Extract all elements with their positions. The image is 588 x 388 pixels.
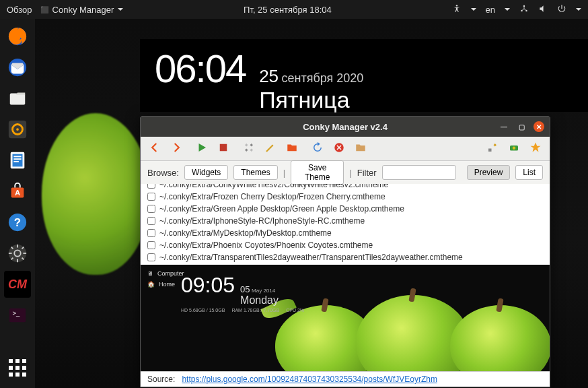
list-checkbox[interactable] [147,217,155,225]
dock-settings[interactable] [4,240,31,267]
filter-input[interactable] [382,165,456,180]
titlebar[interactable]: Conky Manager v2.4 ― ▢ ✕ [141,117,550,137]
stop-icon[interactable] [217,141,229,156]
list-checkbox[interactable] [147,253,155,261]
donate-icon[interactable] [508,141,520,156]
star-icon[interactable] [529,141,542,156]
svg-rect-13 [13,158,21,160]
save-theme-button[interactable]: Save Theme [291,160,344,185]
svg-rect-14 [13,161,19,162]
folder-icon[interactable] [286,141,298,156]
svg-rect-33 [488,148,492,152]
minimize-button[interactable]: ― [499,121,509,132]
toolbar [141,137,550,161]
list-item[interactable]: ~/.conky/Extra/IphoneStyle-RC/IphoneStyl… [159,216,365,226]
dock-show-apps[interactable] [4,354,31,381]
refresh-icon[interactable] [311,141,324,156]
prev-icon[interactable] [149,141,161,156]
themes-button[interactable]: Themes [233,165,277,180]
theme-preview: 🖥Computer 🏠Home 09:05 05 May 2014 Monday… [141,265,550,371]
list-checkbox[interactable] [147,205,155,213]
conky-time: 06:04 [155,46,246,91]
browse-bar: Browse: Widgets Themes | Save Theme | Fi… [141,161,550,184]
list-item[interactable]: ~/.conky/Extra/Green Apple Desktop/Green… [159,204,404,214]
list-checkbox[interactable] [147,184,155,189]
svg-point-35 [513,146,516,150]
dock-files[interactable] [4,85,31,112]
svg-point-0 [455,5,457,6]
delete-icon[interactable] [333,141,345,156]
conky-day: Пятница [259,87,363,113]
svg-text:?: ? [14,216,21,229]
dock-firefox[interactable] [4,23,31,50]
list-button[interactable]: List [515,165,543,180]
app-menu[interactable]: ⬛ Conky Manager [40,5,124,15]
language-indicator[interactable]: en [486,5,495,15]
edit-icon[interactable] [264,141,277,156]
conky-manager-window: Conky Manager v2.4 ― ▢ ✕ [140,116,550,387]
network-icon[interactable] [519,4,529,15]
window-title: Conky Manager v2.4 [303,122,388,132]
source-label: Source: [147,375,175,384]
source-bar: Source: https://plus.google.com/10092487… [141,371,550,387]
svg-rect-31 [220,143,227,151]
browse-label: Browse: [147,168,179,178]
conky-widget: 06:04 25 сентября 2020 Пятница HD12,3GiB… [140,39,588,112]
widgets-button[interactable]: Widgets [184,165,228,180]
preview-button[interactable]: Preview [467,165,511,180]
dock-help[interactable]: ? [4,209,31,236]
source-link[interactable]: https://plus.google.com/1009248740374303… [182,375,437,384]
top-bar: Обзор ⬛ Conky Manager Пт, 25 сентября 18… [0,0,588,19]
svg-rect-12 [13,156,21,157]
start-icon[interactable] [196,141,208,156]
dock-thunderbird[interactable] [4,54,31,81]
theme-list[interactable]: ~/.conky/Extra/ConkyWhiteTilesv2/ConkyWh… [141,184,550,265]
maximize-button[interactable]: ▢ [516,121,527,132]
close-button[interactable]: ✕ [534,121,544,132]
options-icon[interactable] [486,141,499,156]
list-item[interactable]: ~/.conky/Extra/ConkyWhiteTilesv2/ConkyWh… [159,184,388,189]
dock-libreoffice[interactable] [4,147,31,174]
list-item[interactable]: ~/.conky/Extra/MyDesktop/MyDesktop.cmthe… [159,228,332,238]
svg-point-9 [16,128,19,131]
import-icon[interactable] [355,141,367,156]
list-checkbox[interactable] [147,193,155,201]
svg-rect-6 [10,94,26,105]
list-checkbox[interactable] [147,241,155,249]
dock-terminal[interactable]: >_ [4,302,31,329]
clock[interactable]: Пт, 25 сентября 18:04 [123,5,451,15]
filter-label: Filter [357,168,377,178]
svg-text:A: A [15,189,20,197]
computer-icon: 🖥 [147,270,153,277]
list-item[interactable]: ~/.conky/Extra/TransparentTiles2dayweath… [159,253,463,262]
next-icon[interactable] [170,141,182,156]
volume-icon[interactable] [538,4,548,15]
settings-icon[interactable] [243,141,255,156]
accessibility-icon[interactable] [452,4,462,15]
wallpaper-apple [42,113,149,275]
list-checkbox[interactable] [147,229,155,237]
dock-conky-manager[interactable]: CM [4,271,31,298]
dock: A ? CM >_ [0,19,35,388]
list-item[interactable]: ~/.conky/Extra/Phoenix Coyotes/Phoenix C… [159,240,373,250]
desktop: 06:04 25 сентября 2020 Пятница HD12,3GiB… [35,19,588,388]
dock-rhythmbox[interactable] [4,116,31,143]
preview-time: 09:05 [181,273,235,298]
home-icon: 🏠 [147,281,155,288]
dock-software[interactable]: A [4,178,31,205]
list-item[interactable]: ~/.conky/Extra/Frozen Cherry Desktop/Fro… [159,192,385,201]
svg-point-1 [523,5,525,6]
power-icon[interactable] [557,4,566,15]
chevron-down-icon [118,8,123,11]
svg-text:>_: >_ [13,310,20,317]
activities-button[interactable]: Обзор [7,5,32,15]
